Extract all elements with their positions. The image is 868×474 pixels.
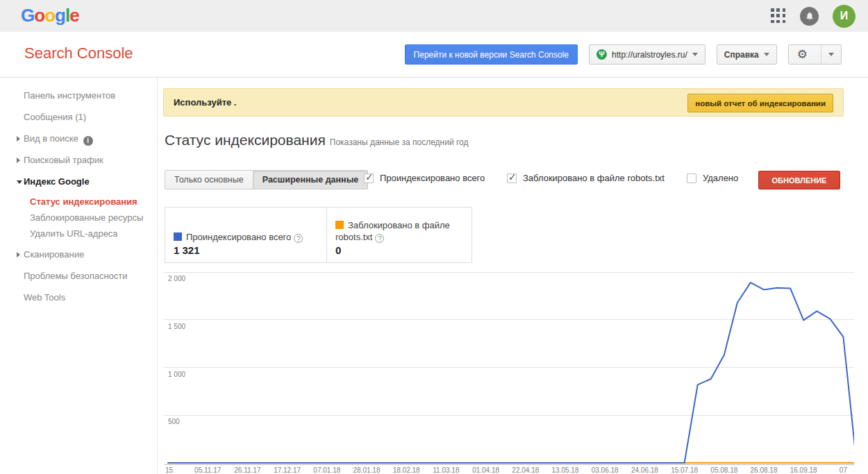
indexed-color-swatch (174, 232, 182, 241)
svg-text:1 500: 1 500 (168, 323, 185, 330)
sidebar-item-remove-urls[interactable]: Удалить URL-адреса (0, 226, 157, 242)
chevron-down-icon (692, 53, 698, 56)
page-title: Статус индексирования (165, 132, 326, 148)
sidebar-nav: Панель инструментов Сообщения (1) Вид в … (0, 78, 158, 474)
svg-text:17.12.17: 17.12.17 (274, 466, 301, 474)
svg-text:07.01.18: 07.01.18 (313, 466, 340, 474)
sidebar-item-messages[interactable]: Сообщения (1) (0, 106, 157, 128)
svg-text:26.08.18: 26.08.18 (751, 466, 778, 474)
google-logo-letter: g (55, 5, 65, 26)
blocked-total-value: 0 (335, 244, 463, 256)
checkbox-icon[interactable] (687, 173, 696, 183)
gear-icon[interactable]: ⚙ (789, 45, 816, 64)
update-button[interactable]: ОБНОВЛЕНИЕ (758, 171, 840, 189)
checkbox-icon[interactable] (507, 173, 517, 183)
help-dropdown[interactable]: Справка (717, 44, 777, 65)
new-version-button[interactable]: Перейти к новой версии Search Console (405, 44, 578, 65)
sidebar-item-search-appearance[interactable]: Вид в поискеi (0, 128, 157, 149)
sidebar-item-security-issues[interactable]: Проблемы безопасности (0, 265, 157, 287)
site-url: http://uralstroyles.ru/ (612, 50, 687, 60)
chevron-down-icon (828, 53, 834, 56)
svg-text:11.03.18: 11.03.18 (433, 466, 460, 474)
banner-message: Используйте . (174, 97, 236, 108)
filter-blocked-checkbox[interactable]: Заблокировано в файле robots.txt (507, 173, 665, 183)
checkbox-icon[interactable] (364, 173, 374, 183)
search-console-window: Google И Search Console Перейти к новой … (0, 0, 868, 474)
sidebar-item-blocked-resources[interactable]: Заблокированные ресурсы (0, 210, 157, 226)
legend-card-blocked: Заблокировано в файле robots.txt? 0 (327, 208, 471, 262)
notifications-bell-icon[interactable] (800, 7, 819, 26)
svg-text:13.05.18: 13.05.18 (552, 466, 579, 474)
chart-toolbar: Только основные Расширенные данные Проин… (158, 170, 868, 189)
svg-text:07: 07 (840, 466, 848, 474)
svg-text:28.01.18: 28.01.18 (353, 466, 381, 474)
svg-text:01.04.18: 01.04.18 (472, 466, 499, 474)
filter-indexed-checkbox[interactable]: Проиндексировано всего (364, 173, 485, 183)
indexed-total-value: 1 321 (174, 244, 318, 256)
index-status-chart[interactable]: 5001 0001 5002 0001505.11.1726.11.1717.1… (165, 267, 854, 474)
collapse-arrow-icon[interactable] (17, 180, 22, 184)
site-selector-dropdown[interactable]: Ψ http://uralstroyles.ru/ (589, 44, 706, 65)
svg-text:15: 15 (165, 466, 174, 474)
svg-text:500: 500 (168, 418, 180, 425)
google-logo-letter: o (34, 5, 44, 26)
app-title: Search Console (24, 44, 133, 62)
google-logo-letter: G (21, 5, 34, 26)
svg-text:03.06.18: 03.06.18 (592, 466, 619, 474)
sidebar-item-crawl[interactable]: Сканирование (0, 244, 157, 265)
svg-text:24.06.18: 24.06.18 (631, 466, 658, 474)
help-icon[interactable]: ? (294, 234, 303, 243)
svg-text:1 000: 1 000 (168, 371, 185, 378)
svg-text:2 000: 2 000 (168, 275, 185, 282)
basic-view-button[interactable]: Только основные (165, 170, 253, 189)
google-topbar: Google И (0, 0, 868, 32)
sidebar-item-web-tools[interactable]: Web Tools (0, 287, 157, 308)
new-index-report-button[interactable]: новый отчет об индексировании (687, 94, 833, 112)
svg-text:05.11.17: 05.11.17 (194, 466, 222, 474)
expand-arrow-icon[interactable] (17, 158, 20, 163)
advanced-view-button[interactable]: Расширенные данные (253, 170, 369, 189)
blocked-color-swatch (335, 221, 344, 229)
google-logo-letter: o (44, 5, 55, 26)
settings-dropdown[interactable]: ⚙ (788, 44, 842, 65)
site-favicon-icon: Ψ (596, 49, 607, 60)
expand-arrow-icon[interactable] (17, 136, 20, 142)
page-subtitle: Показаны данные за последний год (330, 137, 469, 147)
sidebar-item-index-status[interactable]: Статус индексирования (0, 194, 157, 210)
google-logo-letter: e (69, 5, 78, 26)
svg-text:15.07.18: 15.07.18 (671, 466, 698, 474)
sidebar-item-search-traffic[interactable]: Поисковый трафик (0, 149, 157, 171)
sidebar-item-dashboard[interactable]: Панель инструментов (0, 85, 157, 106)
sidebar-item-google-index[interactable]: Индекс Google (0, 171, 157, 192)
legend-card-indexed: Проиндексировано всего? 1 321 (165, 208, 327, 262)
svg-text:26.11.17: 26.11.17 (234, 466, 261, 474)
svg-text:22.04.18: 22.04.18 (512, 466, 539, 474)
expand-arrow-icon[interactable] (17, 252, 20, 257)
user-avatar[interactable]: И (833, 5, 856, 28)
legend-cards: Проиндексировано всего? 1 321 Заблокиров… (165, 207, 472, 263)
info-icon[interactable]: i (83, 136, 93, 146)
help-icon[interactable]: ? (375, 234, 384, 243)
filter-removed-checkbox[interactable]: Удалено (687, 173, 738, 183)
help-label: Справка (724, 50, 759, 60)
chevron-down-icon (764, 53, 769, 56)
svg-text:05.08.18: 05.08.18 (710, 466, 737, 474)
google-logo[interactable]: Google (21, 5, 79, 26)
apps-grid-icon[interactable] (771, 8, 786, 24)
notice-banner: Используйте . новый отчет об индексирова… (163, 88, 844, 117)
svg-text:16.09.18: 16.09.18 (790, 466, 817, 474)
app-header: Search Console Перейти к новой версии Se… (0, 32, 868, 78)
main-content: Используйте . новый отчет об индексирова… (158, 78, 868, 474)
svg-text:18.02.18: 18.02.18 (393, 466, 420, 474)
